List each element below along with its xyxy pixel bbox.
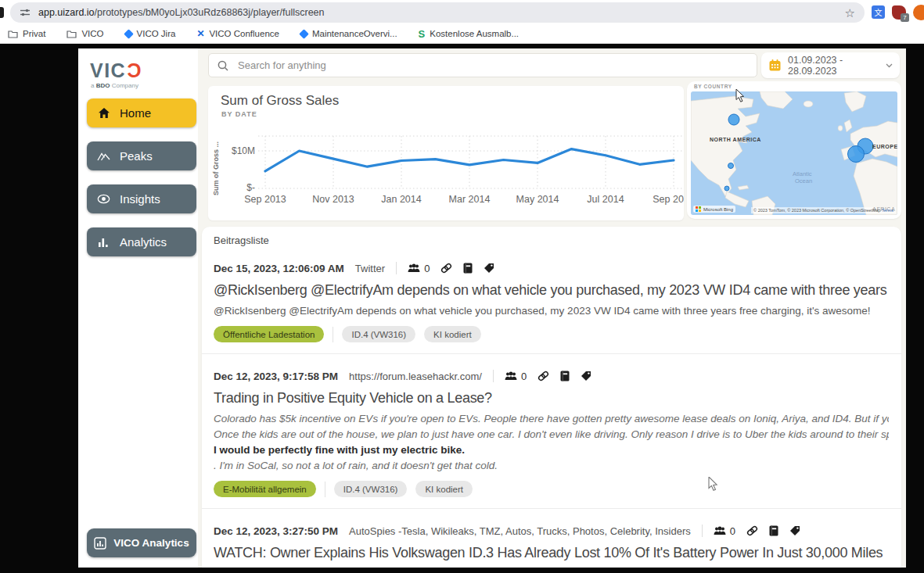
confluence-icon: ✕ [196,28,204,39]
tag-icon[interactable] [789,525,800,536]
window-edge [0,7,4,18]
separator [702,525,703,537]
calendar-icon [768,59,782,72]
tag-pill[interactable]: KI kodiert [415,481,473,497]
map-label-ocean-2: Ocean [795,177,812,184]
chart-x-tick: Jan 2014 [381,194,421,205]
app-frame: VICC a BDO Company Home Peaks Insights A… [78,48,906,568]
tag-icon[interactable] [484,263,494,274]
date-range-picker[interactable]: 01.09.2023 - 28.09.2023 [761,52,900,78]
post-meta: Dec 12, 2023, 3:27:50 PM AutoSpies -Tesl… [214,525,889,537]
separator [493,370,494,382]
sidebar-item-home[interactable]: Home [87,98,196,127]
map-bubble[interactable] [724,186,729,191]
map-bubble[interactable] [728,163,734,169]
post-title[interactable]: Trading in Positive Equity Vehicle on a … [214,390,889,406]
tag-icon[interactable] [581,371,591,381]
bookmark-maintenance[interactable]: MaintenanceOvervi... [300,29,397,38]
chart-x-ticks: Sep 2013Nov 2013Jan 2014Mar 2014May 2014… [208,194,684,208]
url-bar[interactable]: app.uizard.io/prototypes/bM0yoLjx03uRdz6… [10,2,865,23]
book-icon[interactable] [560,371,570,381]
post-date: Dec 12, 2023, 3:27:50 PM [214,525,338,537]
search-bar[interactable] [208,53,757,77]
book-icon[interactable] [463,263,473,274]
extension-icon[interactable]: 7 [892,5,906,20]
bookmark-star-icon[interactable]: ☆ [845,7,855,19]
sidebar-item-peaks[interactable]: Peaks [87,141,196,170]
post-body-line: I would be perfectly fine with just my e… [214,444,889,456]
divider [202,508,901,509]
posts-card: Beitragsliste Dec 15, 2023, 12:06:09 AM … [202,227,901,568]
sidebar-item-insights[interactable]: Insights [87,184,196,213]
chart-x-tick: Mar 2014 [449,194,491,205]
microsoft-bing-logo: Microsoft Bing [693,206,735,213]
post-count: 0 [424,263,430,274]
sidebar-item-analytics[interactable]: Analytics [87,227,196,256]
post-tags: E-Mobilität allgemein ID.4 (VW316) KI ko… [214,481,889,497]
chart-x-tick: Sep 2014 [653,194,684,205]
post-source[interactable]: https://forum.leasehackr.com/ [349,371,482,382]
url-text[interactable]: app.uizard.io/prototypes/bM0yoLjx03uRdz6… [38,7,325,18]
profile-avatar[interactable] [913,5,924,20]
post-title[interactable]: @RickIsenberg @ElectrifyAm depends on wh… [214,282,889,299]
tag-pill[interactable]: KI kodiert [424,326,481,342]
tag-pill[interactable]: E-Mobilität allgemein [214,481,316,497]
site-settings-icon[interactable] [20,7,31,18]
peaks-icon [97,150,110,162]
mouse-cursor [735,89,745,103]
post-count: 0 [730,525,735,537]
post-item-3: Dec 12, 2023, 3:27:50 PM AutoSpies -Tesl… [214,525,889,568]
bookmark-kostenlose[interactable]: S Kostenlose Ausmalb... [419,28,519,40]
map-bubble[interactable] [728,114,739,125]
tag-pill[interactable]: Öffentliche Ladestation [214,326,324,342]
vico-analytics-button[interactable]: VICO Analytics [87,528,196,557]
eye-icon [97,194,110,204]
post-body-line: @RickIsenberg @ElectrifyAm depends on wh… [214,305,889,317]
map-label: BY COUNTRY [694,84,732,89]
bookmark-vico-confluence[interactable]: ✕ VICO Confluence [196,28,279,39]
link-icon[interactable] [538,371,549,381]
separator [333,327,333,342]
chart-x-tick: May 2014 [516,194,559,205]
book-icon[interactable] [769,525,778,536]
bookmark-vico-jira[interactable]: VICO Jira [125,29,176,38]
chevron-down-icon [886,63,893,68]
users-icon [714,526,726,536]
search-icon [218,60,228,71]
link-icon[interactable] [746,525,758,536]
map-terms-link[interactable]: Terms [882,208,893,213]
vico-logo: VICC [90,61,198,81]
sidebar: VICC a BDO Company Home Peaks Insights A… [78,48,198,568]
separator [325,482,325,497]
country-map-card: BY COUNTRY [687,81,901,219]
post-source[interactable]: AutoSpies -Tesla, Wikileaks, TMZ, Autos,… [349,525,691,537]
post-meta: Dec 15, 2023, 12:06:09 AM Twitter 0 [214,262,889,274]
translate-icon[interactable]: 文 [872,5,885,19]
main-content: 01.09.2023 - 28.09.2023 Sum of Gross Sal… [198,48,906,568]
bing-map[interactable]: NORTH AMERICA EUROPE AFRICA Atlantic Oce… [691,91,897,215]
tag-pill[interactable]: ID.4 (VW316) [342,326,415,342]
chart-square-icon [94,537,106,550]
extension-badge: 7 [901,13,909,22]
map-label-ocean-1: Atlantic [793,170,812,177]
tag-pill[interactable]: ID.4 (VW316) [334,481,408,497]
bookmarks-bar: Privat VICO VICO Jira ✕ VICO Confluence … [0,24,924,44]
post-body-line: . I'm in SoCal, so not a lot of rain, an… [214,460,889,471]
post-source[interactable]: Twitter [355,263,385,274]
map-bubble[interactable] [848,146,865,163]
link-icon[interactable] [440,263,452,274]
search-input[interactable] [236,59,748,72]
bookmark-privat[interactable]: Privat [8,29,45,38]
post-date: Dec 12, 2023, 9:17:58 PM [214,371,338,382]
browser-chrome: app.uizard.io/prototypes/bM0yoLjx03uRdz6… [0,0,924,44]
date-range-text: 01.09.2023 - 28.09.2023 [788,55,879,77]
post-title[interactable]: WATCH: Owner Explains His Volkswagen ID.… [214,545,889,561]
map-label-europe: EUROPE [872,144,897,149]
bookmark-vico[interactable]: VICO [67,29,103,38]
post-item-2: Dec 12, 2023, 9:17:58 PM https://forum.l… [214,370,889,497]
gross-sales-chart-card: Sum of Gross Sales BY DATE Sum of Gross … [208,86,684,220]
posts-section-title: Beitragsliste [214,235,889,246]
post-date: Dec 15, 2023, 12:06:09 AM [214,263,344,274]
post-body-line: Colorado has $5k incentive on EVs if you… [214,413,889,424]
users-icon [408,263,420,274]
